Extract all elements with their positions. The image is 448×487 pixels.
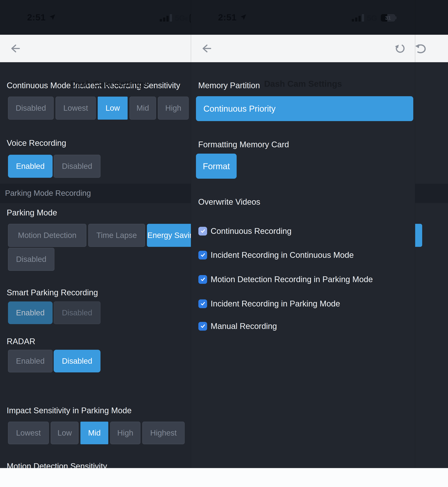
checkbox-label: Motion Detection Recording in Parking Mo… xyxy=(211,275,373,284)
right-network-label: 5G xyxy=(367,14,377,23)
left-network-label: 5GE xyxy=(175,14,189,23)
checkbox-checked-icon[interactable] xyxy=(198,251,207,259)
battery-percent: 31 xyxy=(381,15,395,21)
parking-mode-button-group-row1: Motion Detection Time Lapse Energy Savin… xyxy=(8,224,191,247)
sensitivity-option-disabled[interactable]: Disabled xyxy=(8,96,54,120)
right-status-bar: 2:51 5G 31 xyxy=(191,0,415,35)
voice-recording-button-group: Enabled Disabled xyxy=(8,155,100,178)
checkbox-label: Manual Recording xyxy=(211,321,277,331)
overwrite-item-continuous-recording[interactable]: Continuous Recording xyxy=(198,226,291,236)
battery-nub xyxy=(395,16,397,19)
impact-option-lowest[interactable]: Lowest xyxy=(8,422,49,444)
back-arrow-icon[interactable] xyxy=(9,42,21,54)
impact-option-mid[interactable]: Mid xyxy=(80,422,108,444)
overwrite-item-motion-detection-parking[interactable]: Motion Detection Recording in Parking Mo… xyxy=(198,275,373,284)
parking-mode-recording-label: Parking Mode Recording xyxy=(5,189,91,198)
sensitivity-option-mid[interactable]: Mid xyxy=(129,96,156,120)
checkbox-label: Incident Recording in Parking Mode xyxy=(211,299,340,308)
impact-sensitivity-button-group: Lowest Low Mid High Highest xyxy=(8,422,185,444)
voice-recording-heading: Voice Recording xyxy=(7,139,66,147)
sensitivity-button-group: Disabled Lowest Low Mid High xyxy=(8,96,189,120)
parking-mode-option-time-lapse[interactable]: Time Lapse xyxy=(88,224,145,247)
parking-mode-option-disabled[interactable]: Disabled xyxy=(8,248,54,271)
checkbox-checked-icon[interactable] xyxy=(198,299,207,308)
checkbox-label: Continuous Recording xyxy=(211,226,291,236)
overwrite-videos-heading: Overwrite Videos xyxy=(198,197,260,206)
left-signal-bars-icon xyxy=(160,14,172,22)
checkbox-checked-icon[interactable] xyxy=(198,275,207,284)
parking-mode-button-group-row2: Disabled xyxy=(8,248,54,271)
left-header: Dash Cam Settings xyxy=(0,35,191,62)
radar-button-group: Enabled Disabled xyxy=(8,350,100,372)
sensitivity-option-high[interactable]: High xyxy=(158,96,189,120)
location-arrow-icon xyxy=(240,13,247,21)
strip-status-bar xyxy=(415,0,448,35)
overwrite-item-manual-recording[interactable]: Manual Recording xyxy=(198,321,277,331)
refresh-icon[interactable] xyxy=(394,43,405,54)
screenshot-canvas: 2:51 5GE Dash Cam Settings Continuous Mo… xyxy=(0,0,448,487)
strip-header xyxy=(415,35,448,62)
partial-screenshot-strip xyxy=(415,0,448,487)
formatting-memory-card-heading: Formatting Memory Card xyxy=(198,140,289,149)
right-screenshot: 2:51 5G 31 Dash Cam Settings xyxy=(191,0,415,487)
checkbox-checked-icon[interactable] xyxy=(198,227,207,236)
smart-parking-option-disabled[interactable]: Disabled xyxy=(54,302,100,324)
smart-parking-option-enabled[interactable]: Enabled xyxy=(8,302,53,324)
screenshot-seam xyxy=(191,0,191,468)
impact-sensitivity-heading: Impact Sensitivity in Parking Mode xyxy=(7,406,132,415)
parking-mode-option-motion-detection[interactable]: Motion Detection xyxy=(8,224,86,247)
left-status-bar: 2:51 5GE xyxy=(0,0,191,35)
left-status-time: 2:51 xyxy=(27,12,46,23)
overwrite-item-incident-parking[interactable]: Incident Recording in Parking Mode xyxy=(198,299,340,308)
undo-icon[interactable] xyxy=(415,43,426,54)
smart-parking-heading: Smart Parking Recording xyxy=(7,288,98,297)
format-button[interactable]: Format xyxy=(196,154,237,179)
overwrite-item-incident-continuous[interactable]: Incident Recording in Continuous Mode xyxy=(198,250,354,260)
voice-option-disabled[interactable]: Disabled xyxy=(54,155,100,178)
right-status-time: 2:51 xyxy=(218,12,237,23)
screenshot-seam xyxy=(415,0,415,468)
impact-option-high[interactable]: High xyxy=(110,422,140,444)
right-battery-icon: 31 xyxy=(381,14,395,22)
left-page-title: Dash Cam Settings xyxy=(0,79,191,89)
parking-mode-option-energy-saving[interactable]: Energy Saving xyxy=(147,224,191,247)
impact-option-low[interactable]: Low xyxy=(51,422,79,444)
strip-section-band xyxy=(415,184,448,203)
right-signal-bars-icon xyxy=(352,14,364,22)
location-arrow-icon xyxy=(49,13,56,21)
checkbox-checked-icon[interactable] xyxy=(198,322,207,331)
back-arrow-icon[interactable] xyxy=(200,42,212,54)
parking-mode-heading: Parking Mode xyxy=(7,208,57,217)
radar-option-disabled[interactable]: Disabled xyxy=(54,350,100,372)
sensitivity-option-lowest[interactable]: Lowest xyxy=(56,96,96,120)
impact-option-highest[interactable]: Highest xyxy=(142,422,185,444)
left-screenshot: 2:51 5GE Dash Cam Settings Continuous Mo… xyxy=(0,0,191,487)
radar-option-enabled[interactable]: Enabled xyxy=(8,350,53,372)
radar-heading: RADAR xyxy=(7,337,35,346)
memory-partition-button[interactable]: Continuous Priority xyxy=(196,96,413,121)
bottom-white-strip xyxy=(0,468,448,487)
energy-saving-button-fragment[interactable] xyxy=(415,224,422,247)
right-page-title: Dash Cam Settings xyxy=(191,79,415,89)
sensitivity-option-low[interactable]: Low xyxy=(98,96,128,120)
checkbox-label: Incident Recording in Continuous Mode xyxy=(211,250,354,260)
voice-option-enabled[interactable]: Enabled xyxy=(8,155,53,178)
smart-parking-button-group: Enabled Disabled xyxy=(8,302,100,324)
right-header: Dash Cam Settings xyxy=(191,35,415,62)
